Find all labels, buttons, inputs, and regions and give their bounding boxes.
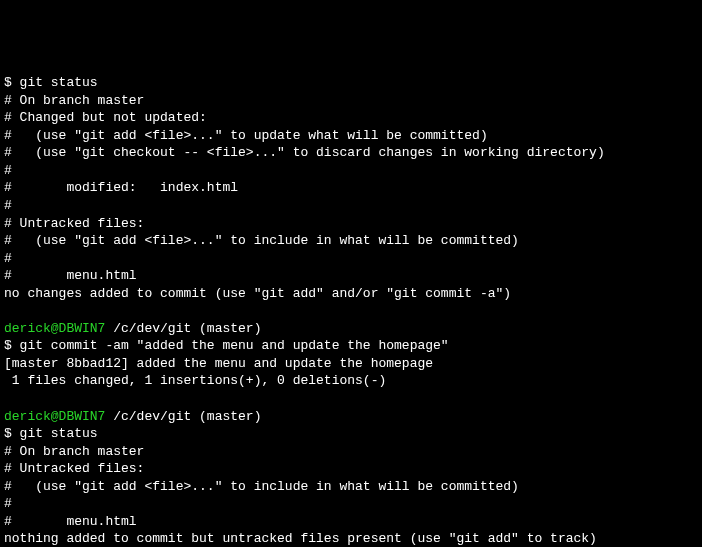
terminal-line: # (use "git add <file>..." to include in… bbox=[4, 478, 698, 496]
terminal-line: # Untracked files: bbox=[4, 460, 698, 478]
terminal-line: # (use "git add <file>..." to include in… bbox=[4, 232, 698, 250]
terminal-line: $ git status bbox=[4, 425, 698, 443]
terminal-line: # On branch master bbox=[4, 92, 698, 110]
terminal-line: no changes added to commit (use "git add… bbox=[4, 285, 698, 303]
terminal-segment: # (use "git add <file>..." to update wha… bbox=[4, 128, 488, 143]
terminal-segment: # Untracked files: bbox=[4, 461, 144, 476]
terminal-line bbox=[4, 302, 698, 320]
terminal-line: # bbox=[4, 162, 698, 180]
terminal-segment: nothing added to commit but untracked fi… bbox=[4, 531, 597, 546]
terminal-segment: # (use "git add <file>..." to include in… bbox=[4, 233, 519, 248]
terminal-line: # menu.html bbox=[4, 267, 698, 285]
terminal-segment: $ git status bbox=[4, 75, 98, 90]
terminal-line: # bbox=[4, 495, 698, 513]
terminal-line: # (use "git add <file>..." to update wha… bbox=[4, 127, 698, 145]
terminal-segment: # (use "git add <file>..." to include in… bbox=[4, 479, 519, 494]
terminal-line: # bbox=[4, 197, 698, 215]
terminal-line: nothing added to commit but untracked fi… bbox=[4, 530, 698, 547]
terminal-line: # On branch master bbox=[4, 443, 698, 461]
terminal-line bbox=[4, 390, 698, 408]
terminal-segment: /c/dev/git (master) bbox=[113, 409, 261, 424]
terminal-line: [master 8bbad12] added the menu and upda… bbox=[4, 355, 698, 373]
terminal-segment: # On branch master bbox=[4, 93, 144, 108]
terminal-segment: # Changed but not updated: bbox=[4, 110, 207, 125]
terminal-line: # (use "git checkout -- <file>..." to di… bbox=[4, 144, 698, 162]
terminal-segment: # bbox=[4, 163, 12, 178]
terminal-segment: /c/dev/git (master) bbox=[113, 321, 261, 336]
terminal-segment: 1 files changed, 1 insertions(+), 0 dele… bbox=[4, 373, 386, 388]
terminal-segment: no changes added to commit (use "git add… bbox=[4, 286, 511, 301]
terminal-line: $ git status bbox=[4, 74, 698, 92]
terminal-segment: # modified: index.html bbox=[4, 180, 238, 195]
terminal-segment: $ git status bbox=[4, 426, 98, 441]
terminal-line: # bbox=[4, 250, 698, 268]
terminal-output[interactable]: $ git status# On branch master# Changed … bbox=[4, 74, 698, 547]
terminal-line: 1 files changed, 1 insertions(+), 0 dele… bbox=[4, 372, 698, 390]
terminal-segment: # menu.html bbox=[4, 268, 137, 283]
terminal-segment: # (use "git checkout -- <file>..." to di… bbox=[4, 145, 605, 160]
terminal-segment: # menu.html bbox=[4, 514, 137, 529]
terminal-line: $ git commit -am "added the menu and upd… bbox=[4, 337, 698, 355]
terminal-segment: $ git commit -am "added the menu and upd… bbox=[4, 338, 449, 353]
terminal-segment: derick@DBWIN7 bbox=[4, 321, 113, 336]
terminal-line: derick@DBWIN7 /c/dev/git (master) bbox=[4, 320, 698, 338]
terminal-line: # menu.html bbox=[4, 513, 698, 531]
terminal-line: # modified: index.html bbox=[4, 179, 698, 197]
terminal-line: # Untracked files: bbox=[4, 215, 698, 233]
terminal-segment: derick@DBWIN7 bbox=[4, 409, 113, 424]
terminal-segment: # On branch master bbox=[4, 444, 144, 459]
terminal-segment: # bbox=[4, 198, 12, 213]
terminal-segment: # bbox=[4, 251, 12, 266]
terminal-segment: # bbox=[4, 496, 12, 511]
terminal-line: derick@DBWIN7 /c/dev/git (master) bbox=[4, 408, 698, 426]
terminal-line: # Changed but not updated: bbox=[4, 109, 698, 127]
terminal-segment: # Untracked files: bbox=[4, 216, 144, 231]
terminal-segment: [master 8bbad12] added the menu and upda… bbox=[4, 356, 433, 371]
